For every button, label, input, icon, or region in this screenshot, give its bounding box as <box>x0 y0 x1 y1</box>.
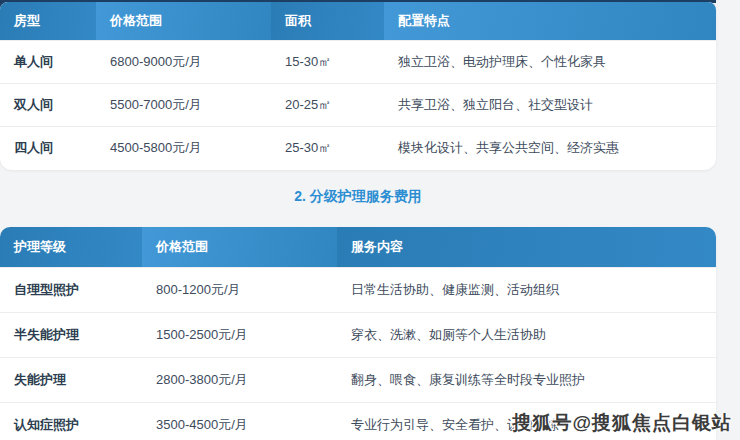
room-table-header-features: 配置特点 <box>384 2 716 40</box>
table-row: 半失能护理 1500-2500元/月 穿衣、洗漱、如厕等个人生活协助 <box>0 312 716 357</box>
services-cell: 翻身、喂食、康复训练等全时段专业照护 <box>337 371 716 389</box>
room-type-cell: 四人间 <box>0 139 96 157</box>
section-title: 2. 分级护理服务费用 <box>0 188 716 206</box>
care-table-header-price: 价格范围 <box>142 227 337 267</box>
room-pricing-table: 房型 价格范围 面积 配置特点 单人间 6800-9000元/月 15-30㎡ … <box>0 2 716 170</box>
room-type-cell: 双人间 <box>0 96 96 114</box>
care-level-cell: 失能护理 <box>0 371 142 389</box>
care-level-cell: 自理型照护 <box>0 281 142 299</box>
care-pricing-table: 护理等级 价格范围 服务内容 自理型照护 800-1200元/月 日常生活协助、… <box>0 227 716 440</box>
area-cell: 15-30㎡ <box>271 53 384 71</box>
services-cell: 穿衣、洗漱、如厕等个人生活协助 <box>337 326 716 344</box>
table-row: 失能护理 2800-3800元/月 翻身、喂食、康复训练等全时段专业照护 <box>0 357 716 402</box>
price-cell: 5500-7000元/月 <box>96 96 271 114</box>
price-cell: 4500-5800元/月 <box>96 139 271 157</box>
table-row: 自理型照护 800-1200元/月 日常生活协助、健康监测、活动组织 <box>0 267 716 312</box>
price-cell: 3500-4500元/月 <box>142 416 337 434</box>
price-cell: 1500-2500元/月 <box>142 326 337 344</box>
room-table-header-row: 房型 价格范围 面积 配置特点 <box>0 2 716 40</box>
room-table-header-price: 价格范围 <box>96 2 271 40</box>
table-row: 双人间 5500-7000元/月 20-25㎡ 共享卫浴、独立阳台、社交型设计 <box>0 83 716 126</box>
table-row: 单人间 6800-9000元/月 15-30㎡ 独立卫浴、电动护理床、个性化家具 <box>0 40 716 83</box>
care-level-cell: 认知症照护 <box>0 416 142 434</box>
care-table-header-row: 护理等级 价格范围 服务内容 <box>0 227 716 267</box>
features-cell: 独立卫浴、电动护理床、个性化家具 <box>384 53 716 71</box>
features-cell: 模块化设计、共享公共空间、经济实惠 <box>384 139 716 157</box>
sohu-watermark: 搜狐号@搜狐焦点白银站 <box>512 410 732 436</box>
price-cell: 800-1200元/月 <box>142 281 337 299</box>
room-table-header-type: 房型 <box>0 2 96 40</box>
room-type-cell: 单人间 <box>0 53 96 71</box>
features-cell: 共享卫浴、独立阳台、社交型设计 <box>384 96 716 114</box>
area-cell: 25-30㎡ <box>271 139 384 157</box>
price-cell: 6800-9000元/月 <box>96 53 271 71</box>
care-table-header-services: 服务内容 <box>337 227 716 267</box>
services-cell: 日常生活协助、健康监测、活动组织 <box>337 281 716 299</box>
table-row: 四人间 4500-5800元/月 25-30㎡ 模块化设计、共享公共空间、经济实… <box>0 126 716 169</box>
care-level-cell: 半失能护理 <box>0 326 142 344</box>
area-cell: 20-25㎡ <box>271 96 384 114</box>
room-table-header-area: 面积 <box>271 2 384 40</box>
price-cell: 2800-3800元/月 <box>142 371 337 389</box>
care-table-header-level: 护理等级 <box>0 227 142 267</box>
